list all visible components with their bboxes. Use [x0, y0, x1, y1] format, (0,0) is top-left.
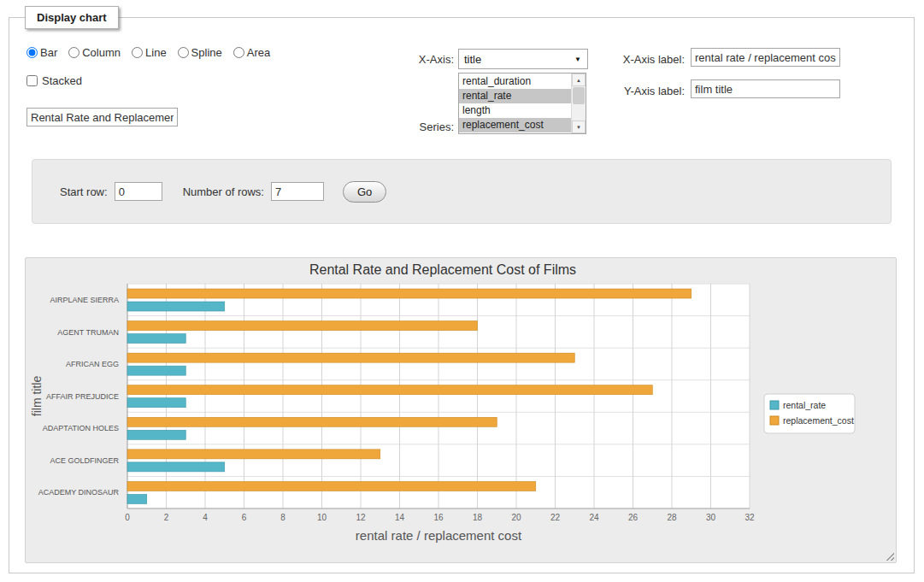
y-axis-label-field-label: Y-Axis label: — [608, 85, 685, 97]
x-tick-label: 18 — [473, 513, 483, 522]
rows-panel: Start row: Number of rows: Go — [32, 159, 892, 224]
x-tick-label: 12 — [356, 513, 366, 522]
bar-rental_rate[interactable] — [127, 334, 185, 344]
y-axis-title: film title — [30, 376, 44, 417]
page: Display chart BarColumnLineSplineArea St… — [0, 0, 924, 582]
x-axis-selected-value: title — [464, 53, 481, 66]
x-tick-label: 22 — [550, 513, 561, 522]
x-tick-label: 4 — [203, 513, 208, 522]
bar-rental_rate[interactable] — [127, 462, 225, 472]
series-label-text: Series: — [390, 121, 454, 133]
x-axis-title: rental rate / replacement cost — [356, 528, 522, 543]
x-tick-label: 2 — [164, 513, 169, 522]
num-rows-label: Number of rows: — [183, 185, 264, 198]
x-axis-select[interactable]: title ▼ — [458, 49, 588, 69]
scroll-up-icon[interactable]: ▲ — [572, 73, 586, 86]
bar-rental_rate[interactable] — [127, 366, 185, 375]
chart-type-radio-column[interactable] — [68, 47, 79, 58]
chart-type-radio-line[interactable] — [132, 47, 143, 58]
chart-panel: 02468101214161820222426283032AIRPLANE SI… — [25, 257, 897, 563]
start-row-input[interactable] — [115, 182, 162, 201]
category-label: ACE GOLDFINGER — [50, 456, 119, 465]
x-axis-label-text: X-Axis: — [390, 53, 454, 66]
display-chart-fieldset: Display chart BarColumnLineSplineArea St… — [9, 17, 915, 573]
series-option-length[interactable]: length — [459, 103, 571, 118]
x-tick-label: 20 — [511, 513, 521, 522]
chart-title: Rental Rate and Replacement Cost of Film… — [309, 262, 576, 277]
fieldset-legend: Display chart — [25, 6, 119, 29]
x-tick-label: 32 — [744, 513, 755, 522]
x-tick-label: 8 — [280, 513, 285, 522]
legend-marker-replacement_cost[interactable] — [770, 416, 779, 425]
chart-type-radio-area[interactable] — [233, 47, 244, 58]
go-button[interactable]: Go — [343, 181, 386, 203]
chart-type-radio-spline[interactable] — [178, 47, 189, 58]
series-option-rental_rate[interactable]: rental_rate — [459, 89, 571, 103]
chart-type-option-column[interactable]: Column — [68, 46, 121, 59]
chart-type-radiogroup: BarColumnLineSplineArea — [26, 46, 270, 59]
category-label: AFFAIR PREJUDICE — [46, 392, 119, 401]
series-listbox-scrollbar[interactable]: ▲ ▼ — [571, 73, 586, 133]
chart-type-radio-bar[interactable] — [26, 47, 38, 58]
series-listbox[interactable]: rental_durationrental_ratelengthreplacem… — [458, 73, 586, 134]
bar-rental_rate[interactable] — [127, 302, 225, 311]
x-tick-label: 6 — [242, 513, 247, 522]
scroll-down-icon[interactable]: ▼ — [572, 121, 586, 133]
scrollbar-thumb[interactable] — [573, 87, 585, 104]
bar-chart[interactable]: 02468101214161820222426283032AIRPLANE SI… — [27, 260, 892, 559]
chevron-down-icon: ▼ — [574, 56, 587, 63]
category-label: ACADEMY DINOSAUR — [38, 488, 120, 497]
x-tick-label: 26 — [628, 513, 639, 522]
chart-title-input[interactable] — [26, 108, 178, 126]
bar-rental_rate[interactable] — [127, 430, 185, 439]
bar-rental_rate[interactable] — [127, 494, 147, 503]
num-rows-input[interactable] — [271, 182, 324, 201]
x-tick-label: 16 — [433, 513, 444, 522]
bar-rental_rate[interactable] — [127, 398, 185, 408]
chart-type-option-bar[interactable]: Bar — [26, 46, 57, 59]
bar-replacement_cost[interactable] — [127, 481, 536, 491]
legend-label-rental_rate[interactable]: rental_rate — [783, 400, 826, 410]
series-listbox-options: rental_durationrental_ratelengthreplacem… — [459, 73, 571, 133]
chart-type-option-line[interactable]: Line — [132, 46, 167, 59]
series-option-replacement_cost[interactable]: replacement_cost — [459, 118, 571, 132]
x-axis-label-input[interactable] — [691, 48, 840, 67]
bar-replacement_cost[interactable] — [127, 417, 497, 426]
category-label: ADAPTATION HOLES — [43, 424, 119, 432]
legend-label-replacement_cost[interactable]: replacement_cost — [783, 415, 854, 426]
category-label: AGENT TRUMAN — [57, 328, 119, 337]
x-tick-label: 28 — [667, 513, 677, 522]
start-row-label: Start row: — [60, 185, 108, 198]
legend-marker-rental_rate[interactable] — [770, 401, 779, 409]
bar-replacement_cost[interactable] — [127, 353, 574, 362]
x-tick-label: 14 — [395, 513, 405, 522]
x-axis-label-field-label: X-Axis label: — [608, 53, 685, 66]
category-label: AFRICAN EGG — [66, 360, 119, 368]
x-tick-label: 30 — [706, 513, 716, 522]
stacked-checkbox[interactable] — [26, 75, 38, 86]
chart-type-option-spline[interactable]: Spline — [178, 46, 222, 59]
bar-replacement_cost[interactable] — [127, 450, 380, 459]
y-axis-label-input[interactable] — [691, 79, 840, 98]
chart-type-option-area[interactable]: Area — [233, 46, 270, 59]
bar-replacement_cost[interactable] — [127, 385, 652, 395]
series-option-rental_duration[interactable]: rental_duration — [459, 74, 571, 89]
category-label: AIRPLANE SIERRA — [50, 296, 119, 304]
stacked-label: Stacked — [42, 74, 82, 87]
stacked-row: Stacked — [26, 74, 82, 87]
x-tick-label: 24 — [589, 513, 599, 522]
bar-replacement_cost[interactable] — [127, 321, 478, 331]
bar-replacement_cost[interactable] — [127, 289, 692, 298]
x-tick-label: 0 — [125, 513, 130, 522]
x-tick-label: 10 — [317, 513, 327, 522]
